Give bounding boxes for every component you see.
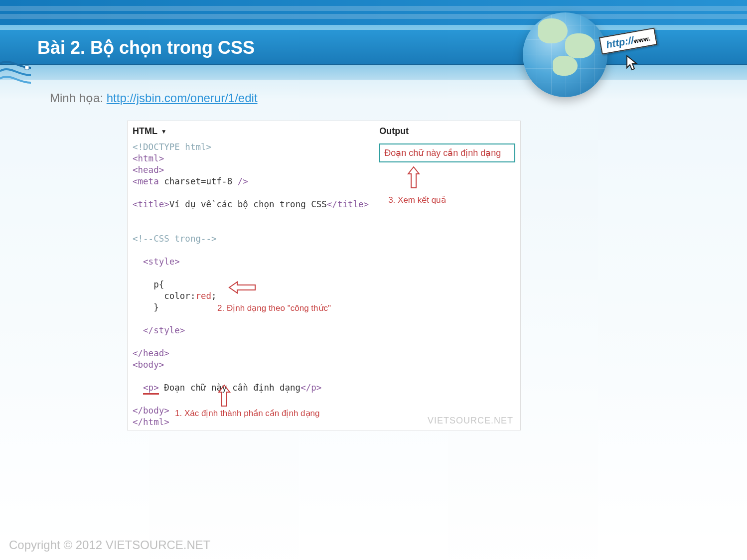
output-pane: Output Đoạn chữ này cần định dạng 3. Xem… [374, 121, 520, 430]
annotation-3: 3. Xem kết quả [388, 195, 446, 205]
code-token: <head> [133, 165, 164, 175]
globe-graphic: http://www. [523, 12, 622, 112]
annotation-1: 1. Xác định thành phần cần định dạng [175, 408, 319, 419]
http-tag-prefix: http:// [605, 34, 635, 50]
code-token [133, 383, 143, 393]
copyright: Copyright © 2012 VIETSOURCE.NET [9, 538, 210, 552]
code-token: </html> [133, 417, 169, 427]
code-token: <p> [143, 383, 159, 395]
code-token: <style> [133, 257, 180, 267]
arrow-up-icon [407, 166, 421, 192]
demo-link[interactable]: http://jsbin.com/onerur/1/edit [107, 91, 258, 105]
output-pane-header: Output [379, 125, 515, 141]
code-token: <html> [133, 153, 164, 163]
code-token: <!DOCTYPE html> [133, 142, 211, 152]
html-pane-label: HTML [133, 126, 157, 136]
code-token: /> [238, 176, 248, 186]
code-token: </body> [133, 406, 169, 416]
code-token: <meta [133, 176, 159, 186]
output-text: Đoạn chữ này cần định dạng [384, 148, 501, 158]
code-token: charset=utf-8 [159, 176, 238, 186]
html-pane-header[interactable]: HTML ▼ [133, 125, 369, 141]
cable-accent-decor [0, 59, 31, 86]
chevron-down-icon: ▼ [161, 128, 167, 135]
cursor-icon [625, 55, 640, 74]
code-token: Ví dụ về các bộ chọn trong CSS [169, 199, 327, 209]
code-token: } [133, 302, 159, 312]
intro-line: Minh họa: http://jsbin.com/onerur/1/edit [50, 91, 258, 105]
html-pane: HTML ▼ <!DOCTYPE html> <html> <head> <me… [128, 121, 374, 430]
code-token: </title> [327, 199, 369, 209]
watermark: VIETSOURCE.NET [428, 416, 513, 426]
intro-label: Minh họa: [50, 91, 103, 105]
code-token: <title> [133, 199, 169, 209]
output-box: Đoạn chữ này cần định dạng [379, 143, 515, 162]
code-token: p{ [133, 280, 164, 289]
code-token: color: [133, 291, 195, 301]
arrow-left-icon [228, 280, 258, 296]
arrow-up-icon [217, 384, 231, 410]
code-token: </head> [133, 348, 169, 358]
code-token: <body> [133, 360, 164, 370]
code-token: red [195, 291, 211, 301]
code-token: </p> [300, 383, 321, 393]
svg-rect-0 [25, 66, 29, 70]
http-tag-suffix: www. [633, 34, 651, 45]
top-stripe-decor [0, 0, 747, 25]
code-token: <!--CSS trong--> [133, 234, 217, 244]
annotation-2: 2. Định dạng theo "công thức" [217, 303, 331, 313]
code-token: </style> [133, 325, 185, 335]
code-token: ; [211, 291, 217, 301]
page-title: Bài 2. Bộ chọn trong CSS [37, 37, 255, 58]
code-panel: HTML ▼ <!DOCTYPE html> <html> <head> <me… [127, 121, 521, 430]
globe-icon [523, 12, 607, 97]
